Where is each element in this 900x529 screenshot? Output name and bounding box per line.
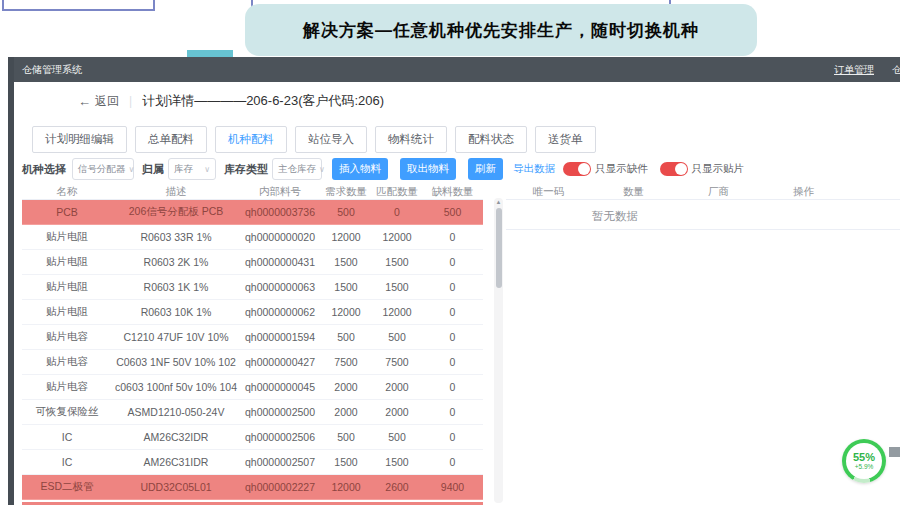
table-row[interactable]: PCB206信号分配板 PCBqh00000037365000500 (22, 200, 483, 225)
cell-required: 2000 (320, 381, 372, 393)
table-row[interactable]: ICAM26C32IDRqh00000025065005000 (22, 425, 483, 450)
cell-desc: C1210 47UF 10V 10% (112, 331, 240, 343)
cell-desc: 206信号分配板 PCB (112, 205, 240, 219)
callout-accent-chip (187, 50, 233, 57)
retrieve-material-button[interactable]: 取出物料 (400, 158, 456, 180)
nav-item-order-management[interactable]: 订单管理 (834, 63, 874, 77)
cell-shortage: 0 (422, 406, 483, 418)
cell-part_no: qh0000000427 (240, 356, 320, 368)
breadcrumb-divider: | (129, 94, 132, 108)
cell-desc: C0603 1NF 50V 10% 102 (112, 356, 240, 368)
progress-ring: 55% +5.9% (842, 439, 886, 483)
background-frame-left (2, 0, 155, 11)
tab-3[interactable]: 站位导入 (295, 126, 367, 153)
cell-matched: 12000 (372, 231, 422, 243)
scrollbar-up-arrow-icon[interactable]: ▲ (494, 198, 503, 207)
table-row[interactable]: 贴片电容C1210 47UF 10V 10%qh0000001594500500… (22, 325, 483, 350)
tab-6[interactable]: 送货单 (535, 126, 596, 153)
table-row[interactable]: 贴片电容C0603 1NF 50V 10% 102qh0000000427750… (22, 350, 483, 375)
chevron-down-icon: ∨ (204, 165, 210, 174)
cell-required: 500 (320, 431, 372, 443)
toggle-knob (675, 163, 687, 175)
table-row[interactable]: ESD二极管UDD32C05L01qh000000222712000260094… (22, 475, 483, 500)
cell-desc: R0603 1K 1% (112, 281, 240, 293)
toggle-show-smd-only[interactable] (660, 162, 688, 176)
cell-part_no: qh0000002506 (240, 431, 320, 443)
nav-item-partial[interactable]: 仓 (892, 63, 900, 77)
cell-desc: UDD32C05L01 (112, 481, 240, 493)
cell-name: PCB (22, 206, 112, 218)
toggle-knob (578, 163, 590, 175)
vertical-scrollbar: ▲ (494, 198, 503, 503)
table-row[interactable]: 贴片电阻R0603 1K 1%qh0000000063150015000 (22, 275, 483, 300)
insert-material-button[interactable]: 插入物料 (332, 158, 388, 180)
table-row[interactable]: 可恢复保险丝ASMD1210-050-24Vqh0000002500200020… (22, 400, 483, 425)
cell-required: 1500 (320, 281, 372, 293)
toggle-show-shortage-only[interactable] (563, 162, 591, 176)
cell-part_no: qh0000000020 (240, 231, 320, 243)
cell-part_no: qh0000000063 (240, 281, 320, 293)
materials-column-header: 内部料号 (240, 185, 320, 199)
cell-desc: ASMD1210-050-24V (112, 406, 240, 418)
cell-matched: 7500 (372, 356, 422, 368)
chevron-down-icon: ∨ (129, 165, 135, 174)
table-row[interactable]: 贴片电容c0603 100nf 50v 10% 104qh00000000452… (22, 375, 483, 400)
belong-select[interactable]: 库存 ∨ (168, 158, 216, 180)
tab-2[interactable]: 机种配料 (215, 126, 287, 153)
cell-matched: 1500 (372, 256, 422, 268)
cell-name: 贴片电阻 (22, 280, 112, 294)
chevron-down-icon: ∨ (319, 165, 325, 174)
app-window: 仓储管理系统 订单管理 仓 ← 返回 | 计划详情————206-6-23(客户… (8, 57, 900, 505)
cell-required: 12000 (320, 231, 372, 243)
stock-type-select-value: 主仓库存 (278, 163, 316, 176)
stock-type-select[interactable]: 主仓库存 ∨ (272, 158, 322, 180)
cell-matched: 2000 (372, 381, 422, 393)
table-row[interactable]: ICAM26C31IDRqh0000002507150015000 (22, 450, 483, 475)
cell-desc: c0603 100nf 50v 10% 104 (112, 381, 240, 393)
cell-name: 贴片电容 (22, 355, 112, 369)
tab-1[interactable]: 总单配料 (135, 126, 207, 153)
cell-name: 贴片电容 (22, 330, 112, 344)
callout-banner: 解决方案—任意机种优先安排生产，随时切换机种 (245, 4, 757, 56)
cell-desc: AM26C31IDR (112, 456, 240, 468)
cell-part_no: qh0000001594 (240, 331, 320, 343)
back-label: 返回 (95, 93, 119, 110)
tab-5[interactable]: 配料状态 (455, 126, 527, 153)
cell-part_no: qh0000000431 (240, 256, 320, 268)
callout-text: 解决方案—任意机种优先安排生产，随时切换机种 (303, 19, 699, 42)
breadcrumb: ← 返回 | 计划详情————206-6-23(客户代码:206) (78, 91, 384, 111)
cell-shortage: 0 (422, 281, 483, 293)
cell-required: 12000 (320, 481, 372, 493)
table-row[interactable]: 贴片电阻R0603 33R 1%qh000000002012000120000 (22, 225, 483, 250)
cell-required: 12000 (320, 306, 372, 318)
back-button[interactable]: ← 返回 (78, 93, 119, 110)
detail-column-header: 数量 (591, 185, 676, 199)
cell-required: 1500 (320, 456, 372, 468)
cell-desc: R0603 2K 1% (112, 256, 240, 268)
main-content: ← 返回 | 计划详情————206-6-23(客户代码:206) 计划明细编辑… (14, 82, 900, 505)
materials-body: PCB206信号分配板 PCBqh00000037365000500贴片电阻R0… (22, 200, 483, 500)
cell-name: 可恢复保险丝 (22, 405, 112, 419)
export-data-link[interactable]: 导出数据 (513, 162, 555, 176)
refresh-button[interactable]: 刷新 (468, 158, 503, 180)
filter-bar: 机种选择 信号分配器 ∨ 归属 库存 ∨ 库存类型 主仓库存 ∨ 插入物料 取出… (22, 156, 744, 182)
table-row[interactable]: 贴片电阻R0603 2K 1%qh0000000431150015000 (22, 250, 483, 275)
cell-part_no: qh0000002500 (240, 406, 320, 418)
detail-column-header: 操作 (761, 185, 846, 199)
toggle-show-shortage-label: 只显示缺件 (595, 162, 648, 176)
tab-4[interactable]: 物料统计 (375, 126, 447, 153)
cell-shortage: 0 (422, 306, 483, 318)
cell-shortage: 0 (422, 356, 483, 368)
cell-matched: 1500 (372, 456, 422, 468)
belong-select-label: 归属 (142, 162, 164, 177)
machine-select-value: 信号分配器 (78, 163, 126, 176)
machine-select[interactable]: 信号分配器 ∨ (72, 158, 134, 180)
scrollbar-thumb[interactable] (496, 208, 502, 288)
tab-0[interactable]: 计划明细编辑 (32, 126, 127, 153)
cell-matched: 1500 (372, 281, 422, 293)
table-row[interactable]: 贴片电阻R0603 10K 1%qh000000006212000120000 (22, 300, 483, 325)
machine-select-label: 机种选择 (22, 162, 66, 177)
cell-part_no: qh0000002507 (240, 456, 320, 468)
cell-name: 贴片电阻 (22, 230, 112, 244)
materials-header-row: 名称描述内部料号需求数量匹配数量缺料数量 (22, 185, 483, 200)
